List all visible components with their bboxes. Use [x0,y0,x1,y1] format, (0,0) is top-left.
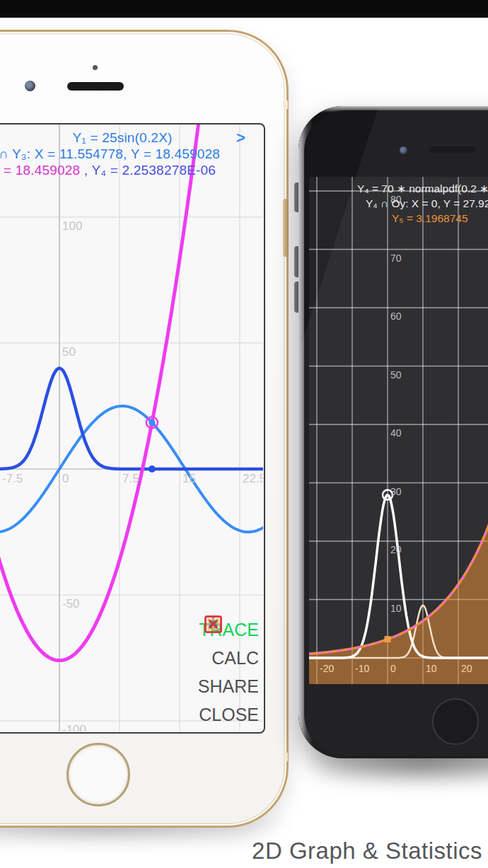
close-label: CLOSE [199,705,259,725]
close-x-icon [204,615,222,633]
svg-text:-7.5: -7.5 [2,472,23,485]
earpiece-speaker [429,145,476,153]
equation-label: Y₁ = 25sin(0.2X) [2,130,243,146]
front-camera-icon [400,146,407,154]
calc-label: CALC [211,648,259,669]
trace-readout: Y₅ = 3.1968745 [392,212,468,225]
svg-text:10: 10 [426,663,437,674]
svg-text:50: 50 [390,369,402,381]
sensor-dot-icon [93,65,98,70]
earpiece-speaker [67,82,124,91]
trace-y-value: = 18.459028 [4,163,80,178]
svg-text:20: 20 [461,663,472,674]
front-camera-icon [25,81,35,91]
svg-text:20: 20 [390,544,402,555]
right-graph-canvas[interactable]: -20-10010201020304050607080 [309,177,488,684]
app-store-screenshot: { "page": { "caption": "2D Graph & Stati… [0,0,488,868]
svg-text:-20: -20 [320,663,334,674]
svg-text:22.5: 22.5 [243,472,263,485]
trace-readout: = 18.459028 , Y₄ = 2.2538278E-06 [4,163,216,178]
share-label: SHARE [198,676,259,697]
home-button [66,743,130,806]
svg-text:-50: -50 [62,597,80,611]
power-button [283,199,289,257]
left-phone: -7.507.51522.510050-50-100 Y₁ = 25sin(0.… [0,30,289,828]
graph-view-light[interactable]: -7.507.51522.510050-50-100 Y₁ = 25sin(0.… [0,123,265,734]
right-phone: -20-10010201020304050607080 Y₄ = 70 ∗ no… [298,106,488,758]
antenna-band [283,100,288,110]
svg-text:100: 100 [62,219,82,233]
intersection-readout: Y₄ ∩ Oy: X = 0, Y = 27.9259 [366,197,488,210]
svg-text:30: 30 [390,486,402,497]
svg-text:60: 60 [390,311,402,322]
screenshot-caption: 2D Graph & Statistics [252,838,482,864]
svg-text:50: 50 [62,345,76,359]
equation-label: Y₄ = 70 ∗ normalpdf(0.2 ∗ X, [357,183,488,195]
menu-item-close[interactable]: CLOSE [198,700,259,729]
svg-text:7.5: 7.5 [122,472,139,485]
expand-chevron-icon[interactable]: > [236,129,245,147]
svg-text:0: 0 [62,472,69,485]
svg-text:-10: -10 [355,663,369,674]
menu-item-share[interactable]: SHARE [198,672,259,700]
svg-text:-100: -100 [62,723,86,731]
svg-text:15: 15 [182,472,196,485]
svg-text:70: 70 [390,253,402,264]
svg-text:10: 10 [390,603,402,614]
intersection-readout: ∩ Y₃: X = 11.554778, Y = 18.459028 [0,146,220,162]
trace-y4-value: , Y₄ = 2.2538278E-06 [80,163,216,178]
graph-view-dark[interactable]: -20-10010201020304050607080 Y₄ = 70 ∗ no… [309,177,488,684]
svg-text:40: 40 [390,427,402,439]
home-button [432,698,479,745]
antenna-band [283,752,288,762]
menu-item-calc[interactable]: CALC [198,644,259,672]
graph-menu: TRACE CALC [198,615,259,729]
top-black-band [0,0,488,18]
svg-text:0: 0 [390,663,396,674]
